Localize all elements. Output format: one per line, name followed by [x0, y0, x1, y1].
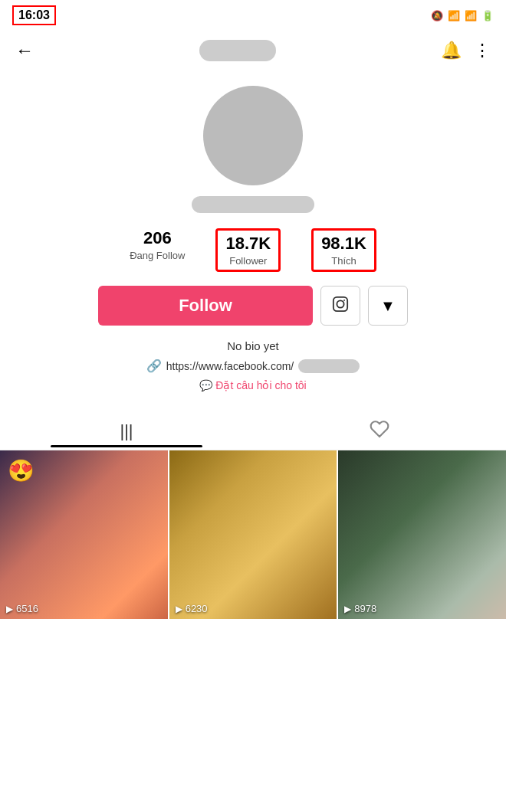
follow-button[interactable]: Follow	[98, 286, 313, 326]
status-icons: 🔕 📶 📶 🔋	[431, 10, 494, 21]
play-icon-2: ▶	[176, 604, 182, 614]
view-count-3: 8978	[354, 603, 376, 614]
stats-row: 206 Đang Follow 18.7K Follower 98.1K Thí…	[0, 228, 506, 272]
action-row: Follow ▼	[0, 286, 506, 326]
videos-tab-icon: |||	[120, 421, 133, 441]
profile-section: 206 Đang Follow 18.7K Follower 98.1K Thí…	[0, 70, 506, 410]
following-count: 206	[143, 228, 172, 248]
video-thumb-3[interactable]: ▶ 8978	[338, 450, 506, 619]
username-pill	[192, 196, 314, 213]
status-time: 16:03	[12, 5, 56, 25]
bio-section: No bio yet 🔗 https://www.facebook.com/ 💬…	[0, 339, 506, 391]
bio-link-pill	[298, 359, 360, 373]
signal-icon: 📶	[465, 10, 477, 21]
likes-label: Thích	[331, 255, 356, 267]
instagram-icon	[332, 296, 349, 316]
tab-videos[interactable]: |||	[0, 412, 253, 447]
bio-link-row: 🔗 https://www.facebook.com/	[146, 359, 360, 373]
instagram-button[interactable]	[320, 286, 360, 326]
view-count-1: 6516	[16, 603, 38, 614]
video-thumb-2[interactable]: ▶ 6230	[169, 450, 337, 619]
video-grid: 😍 ▶ 6516 ▶ 6230 ▶ 8978	[0, 450, 506, 619]
nav-bar: ← 🔔 ⋮	[0, 31, 506, 70]
wifi-icon: 📶	[448, 10, 460, 21]
stat-following: 206 Đang Follow	[130, 228, 185, 261]
stat-followers: 18.7K Follower	[215, 228, 281, 272]
more-icon[interactable]: ⋮	[474, 41, 491, 61]
mute-icon: 🔕	[431, 10, 443, 21]
svg-rect-0	[334, 296, 347, 310]
qa-text: Đặt câu hỏi cho tôi	[215, 379, 306, 391]
tabs-row: |||	[0, 410, 506, 450]
following-label: Đang Follow	[130, 250, 185, 261]
video-thumb-1[interactable]: 😍 ▶ 6516	[0, 450, 168, 619]
emoji-badge-1: 😍	[8, 458, 34, 483]
svg-point-1	[337, 300, 343, 307]
view-count-2: 6230	[186, 603, 208, 614]
video-overlay-3: ▶ 8978	[344, 603, 376, 614]
avatar	[203, 86, 303, 185]
battery-icon: 🔋	[481, 10, 494, 21]
liked-tab-icon	[370, 419, 389, 444]
back-button[interactable]: ←	[15, 40, 34, 61]
qa-icon: 💬	[199, 379, 212, 391]
play-icon-3: ▶	[344, 604, 351, 614]
play-icon-1: ▶	[6, 604, 13, 614]
video-overlay-2: ▶ 6230	[176, 603, 208, 614]
video-overlay-1: ▶ 6516	[6, 603, 38, 614]
dropdown-button[interactable]: ▼	[368, 286, 408, 326]
status-bar: 16:03 🔕 📶 📶 🔋	[0, 0, 506, 31]
bio-text: No bio yet	[227, 339, 279, 352]
bio-link-text[interactable]: https://www.facebook.com/	[166, 360, 294, 372]
chevron-down-icon: ▼	[380, 297, 396, 315]
bell-icon[interactable]: 🔔	[441, 41, 462, 61]
stat-likes: 98.1K Thích	[311, 228, 376, 272]
tab-liked[interactable]	[253, 410, 506, 450]
followers-count: 18.7K	[225, 234, 271, 254]
followers-label: Follower	[229, 255, 267, 267]
username-nav-pill	[199, 40, 276, 61]
svg-point-2	[343, 300, 345, 301]
likes-count: 98.1K	[321, 234, 366, 254]
nav-right-icons: 🔔 ⋮	[441, 41, 491, 61]
qa-link[interactable]: 💬 Đặt câu hỏi cho tôi	[199, 379, 306, 391]
link-icon: 🔗	[146, 359, 162, 373]
